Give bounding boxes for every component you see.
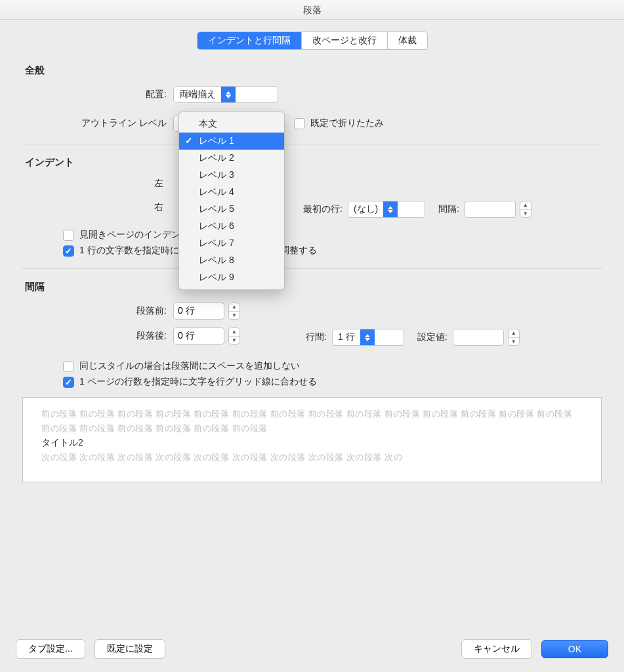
ok-button[interactable]: OK — [541, 640, 608, 658]
indent-spacing-input[interactable] — [465, 201, 516, 218]
dropdown-item[interactable]: 本文 — [179, 116, 284, 133]
tab-typography[interactable]: 体裁 — [388, 32, 427, 49]
chevron-down-icon: ▼ — [229, 337, 239, 345]
space-before-input[interactable] — [173, 303, 224, 320]
setvalue-stepper[interactable]: ▲ ▼ — [508, 329, 520, 346]
no-same-style-space-checkbox[interactable] — [63, 361, 74, 372]
chevron-up-icon: ▲ — [229, 328, 239, 337]
line-spacing-select[interactable]: 1 行 — [332, 329, 404, 346]
section-spacing: 間隔 — [25, 281, 602, 293]
space-before-label: 段落前: — [22, 305, 173, 317]
outline-level-dropdown[interactable]: 本文 レベル 1 レベル 2 レベル 3 レベル 4 レベル 5 レベル 6 レ… — [178, 112, 285, 290]
dropdown-item[interactable]: レベル 4 — [179, 184, 284, 201]
bottom-bar: タブ設定... 既定に設定 キャンセル OK — [0, 630, 624, 672]
preview-next-text: 次の段落 次の段落 次の段落 次の段落 次の段落 次の段落 次の段落 次の段落 … — [41, 450, 583, 465]
dropdown-item[interactable]: レベル 6 — [179, 218, 284, 235]
align-select[interactable]: 両端揃え — [173, 86, 278, 103]
indent-left-label: 左 — [22, 178, 170, 190]
dropdown-item[interactable]: レベル 7 — [179, 235, 284, 252]
indent-spacing-stepper[interactable]: ▲ ▼ — [520, 201, 531, 218]
chevron-down-icon: ▼ — [520, 210, 531, 218]
segmented-tabs: インデントと行間隔 改ページと改行 体裁 — [22, 32, 602, 50]
snap-to-grid-label: 1 ページの行数を指定時に文字を行グリッド線に合わせる — [79, 376, 317, 388]
dropdown-item[interactable]: レベル 9 — [179, 269, 284, 286]
collapse-label: 既定で折りたたみ — [310, 117, 384, 129]
dropdown-item[interactable]: レベル 1 — [179, 133, 284, 150]
tabs-button[interactable]: タブ設定... — [16, 639, 85, 659]
space-after-input[interactable] — [173, 327, 224, 345]
auto-indent-checkbox[interactable] — [63, 245, 74, 257]
chevron-up-icon: ▲ — [509, 329, 519, 338]
chevron-updown-icon — [383, 201, 398, 218]
indent-spacing-label: 間隔: — [438, 203, 459, 215]
line-spacing-value: 1 行 — [333, 331, 360, 343]
divider — [22, 268, 602, 269]
dropdown-item[interactable]: レベル 5 — [179, 201, 284, 218]
chevron-down-icon: ▼ — [509, 338, 519, 346]
no-same-style-space-label: 同じスタイルの場合は段落間にスペースを追加しない — [79, 360, 300, 372]
setvalue-label: 設定値: — [417, 331, 447, 343]
snap-to-grid-checkbox[interactable] — [63, 377, 74, 388]
dropdown-item[interactable]: レベル 2 — [179, 150, 284, 167]
outline-label: アウトライン レベル — [22, 117, 173, 129]
divider — [22, 144, 602, 144]
tab-page-breaks[interactable]: 改ページと改行 — [302, 32, 388, 49]
firstline-value: (なし) — [348, 203, 383, 215]
chevron-up-icon: ▲ — [229, 303, 239, 312]
chevron-down-icon: ▼ — [229, 312, 239, 320]
line-spacing-label: 行間: — [306, 331, 327, 343]
preview-sample-text: タイトル2 — [41, 437, 583, 449]
align-label: 配置: — [22, 89, 173, 100]
preview-box: 前の段落 前の段落 前の段落 前の段落 前の段落 前の段落 前の段落 前の段落 … — [22, 397, 602, 482]
setvalue-input[interactable] — [453, 329, 504, 346]
set-default-button[interactable]: 既定に設定 — [94, 639, 165, 659]
section-indent: インデント — [25, 156, 602, 169]
chevron-updown-icon — [221, 86, 236, 103]
section-general: 全般 — [25, 64, 602, 77]
firstline-label: 最初の行: — [303, 203, 343, 215]
firstline-select[interactable]: (なし) — [348, 201, 425, 218]
align-value: 両端揃え — [174, 89, 221, 100]
space-after-label: 段落後: — [22, 330, 173, 342]
indent-right-label: 右 — [22, 201, 170, 213]
chevron-updown-icon — [360, 329, 375, 346]
dropdown-item[interactable]: レベル 8 — [179, 252, 284, 269]
collapse-checkbox[interactable] — [294, 118, 305, 129]
space-after-stepper[interactable]: ▲ ▼ — [228, 327, 240, 345]
tab-indent-spacing[interactable]: インデントと行間隔 — [198, 32, 302, 49]
mirror-indent-checkbox[interactable] — [63, 230, 74, 241]
dialog-title: 段落 — [0, 0, 624, 20]
cancel-button[interactable]: キャンセル — [461, 639, 532, 659]
space-before-stepper[interactable]: ▲ ▼ — [228, 303, 240, 320]
preview-prev-text: 前の段落 前の段落 前の段落 前の段落 前の段落 前の段落 前の段落 前の段落 … — [41, 407, 583, 436]
dropdown-item[interactable]: レベル 3 — [179, 167, 284, 184]
chevron-up-icon: ▲ — [520, 201, 531, 210]
